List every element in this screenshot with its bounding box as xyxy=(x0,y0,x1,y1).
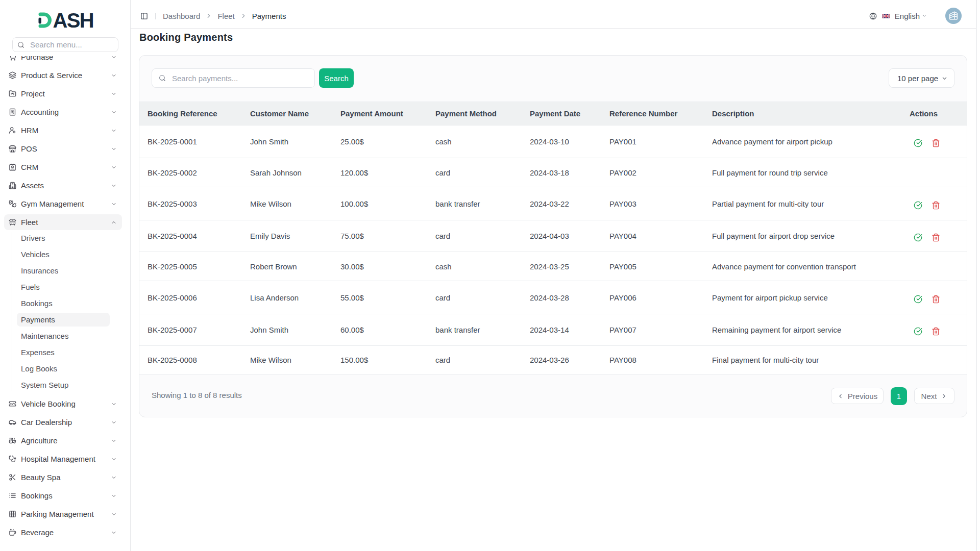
svg-text:ASH: ASH xyxy=(53,9,94,31)
